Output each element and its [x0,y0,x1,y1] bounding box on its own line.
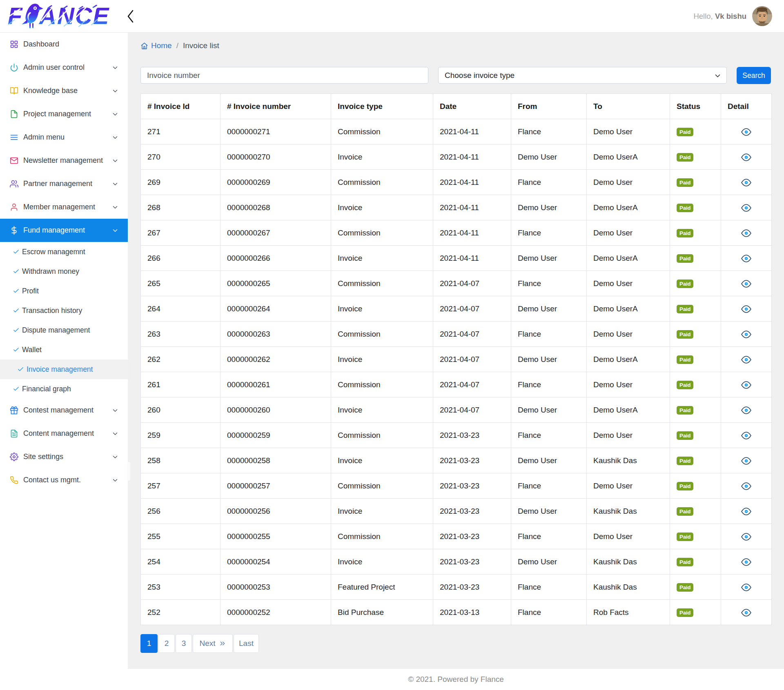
file-icon [10,110,18,118]
dollar-icon [10,226,18,235]
cell-to: Demo User [587,423,670,448]
cell-status: Paid [670,347,721,372]
cell-date: 2021-03-23 [433,423,511,448]
pagination: 123NextLast [140,634,771,653]
eye-icon [741,432,751,439]
detail-eye-button[interactable] [741,128,751,136]
detail-eye-button[interactable] [741,255,751,262]
avatar[interactable] [752,6,772,26]
detail-eye-button[interactable] [741,153,751,161]
cell-to: Demo UserA [587,296,670,322]
invoice-number-input[interactable] [140,67,428,84]
page-button-3[interactable]: 3 [176,634,192,653]
sidebar-subitem-financial-graph[interactable]: Financial graph [0,379,128,399]
check-icon [13,268,20,275]
cell-invoice-type: Bid Purchase [331,600,433,625]
detail-eye-button[interactable] [741,482,751,490]
eye-icon [741,153,751,161]
detail-eye-button[interactable] [741,457,751,465]
cell-invoice-id: 253 [141,575,220,600]
detail-eye-button[interactable] [741,381,751,389]
sidebar-item-dashboard[interactable]: Dashboard [0,33,128,56]
file-text-icon [10,429,18,438]
breadcrumb-home-link[interactable]: Home [151,41,172,50]
chevron-left-icon [126,9,135,23]
detail-eye-button[interactable] [741,356,751,364]
sidebar-item-partner-management[interactable]: Partner management [0,172,128,195]
sidebar-item-newsletter-management[interactable]: Newsletter management [0,149,128,172]
detail-eye-button[interactable] [741,533,751,541]
detail-eye-button[interactable] [741,229,751,237]
last-page-button[interactable]: Last [234,634,259,653]
detail-eye-button[interactable] [741,406,751,414]
cell-from: Demo User [511,246,587,271]
table-row: 2530000000253Featured Project2021-03-23F… [141,575,772,600]
eye-icon [741,204,751,212]
sidebar-subitem-profit[interactable]: Profit [0,281,128,301]
sidebar-item-admin-user-control[interactable]: Admin user control [0,56,128,79]
cell-from: Demo User [511,549,587,575]
sidebar-subitem-transaction-history[interactable]: Transaction history [0,301,128,320]
cell-from: Demo User [511,499,587,524]
sidebar-subitem-label: Profit [22,287,39,295]
invoice-type-select[interactable]: Choose invoice type [438,67,727,84]
detail-eye-button[interactable] [741,305,751,313]
cell-status: Paid [670,499,721,524]
table-row: 2580000000258Invoice2021-03-23Demo UserK… [141,448,772,473]
sidebar-item-content-management[interactable]: Content management [0,422,128,445]
detail-eye-button[interactable] [741,432,751,439]
sidebar-item-project-management[interactable]: Project management [0,102,128,126]
status-badge: Paid [677,355,693,364]
cell-invoice-number: 0000000257 [220,473,331,499]
chevron-down-icon [111,111,119,118]
eye-icon [741,128,751,136]
sidebar-subitem-wallet[interactable]: Wallet [0,340,128,359]
sidebar-item-site-settings[interactable]: Site settings [0,445,128,468]
sidebar-subitem-dispute-management[interactable]: Dispute management [0,320,128,340]
status-badge: Paid [677,532,693,541]
sidebar-item-fund-management[interactable]: Fund management [0,219,128,242]
detail-eye-button[interactable] [741,331,751,338]
cell-status: Paid [670,322,721,347]
sidebar-item-knowledge-base[interactable]: Knowledge base [0,79,128,102]
cell-from: Demo User [511,397,587,423]
sidebar-subitem-withdrawn-money[interactable]: Withdrawn money [0,262,128,281]
cell-from: Flance [511,423,587,448]
sidebar-item-member-management[interactable]: Member management [0,195,128,219]
status-badge: Paid [677,558,693,566]
detail-eye-button[interactable] [741,280,751,288]
detail-eye-button[interactable] [741,508,751,515]
sidebar-item-label: Partner management [23,180,92,188]
table-row: 2600000000260Invoice2021-04-07Demo UserD… [141,397,772,423]
detail-eye-button[interactable] [741,584,751,591]
detail-eye-button[interactable] [741,609,751,617]
cell-invoice-id: 266 [141,246,220,271]
sidebar-item-contact-us-mgmt[interactable]: Contact us mgmt. [0,468,128,492]
cell-status: Paid [670,170,721,195]
sidebar-item-label: Contact us mgmt. [23,476,81,484]
cell-invoice-id: 262 [141,347,220,372]
detail-eye-button[interactable] [741,558,751,566]
next-page-button[interactable]: Next [193,634,233,653]
sidebar-item-contest-management[interactable]: Contest management [0,399,128,422]
brand-logo[interactable]: F ANCE [0,3,128,30]
cell-status: Paid [670,473,721,499]
page-button-2[interactable]: 2 [158,634,175,653]
status-badge: Paid [677,507,693,516]
cell-date: 2021-03-23 [433,524,511,549]
sidebar-subitem-escrow-managemnt[interactable]: Escrow managemnt [0,242,128,262]
detail-eye-button[interactable] [741,179,751,186]
detail-eye-button[interactable] [741,204,751,212]
sidebar-collapse-button[interactable] [125,9,136,24]
search-button[interactable]: Search [737,67,771,84]
sidebar-subitem-invoice-management[interactable]: Invoice management [0,359,128,379]
sidebar-item-admin-menu[interactable]: Admin menu [0,126,128,149]
eye-icon [741,533,751,541]
cell-invoice-id: 263 [141,322,220,347]
cell-detail [721,473,772,499]
status-badge: Paid [677,608,693,617]
chevron-down-icon [111,134,119,141]
page-button-1[interactable]: 1 [140,634,158,653]
cell-status: Paid [670,220,721,246]
table-row: 2660000000266Invoice2021-04-11Demo UserD… [141,246,772,271]
